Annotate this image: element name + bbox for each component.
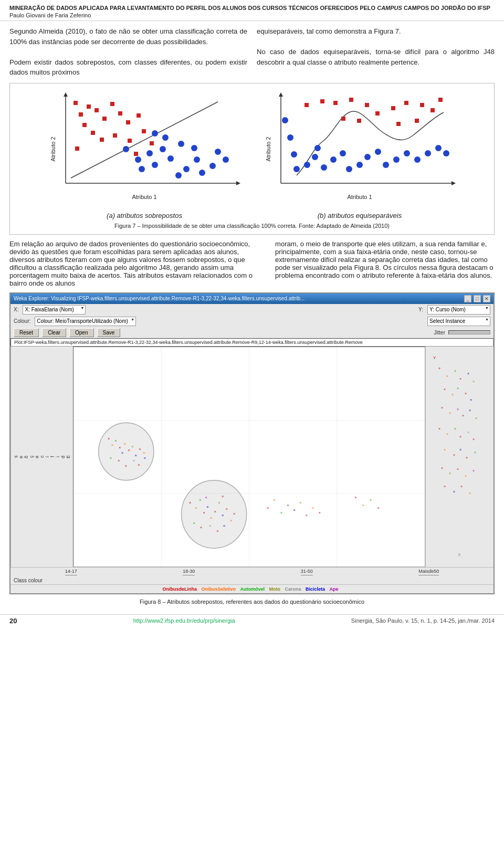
svg-text:×: × — [449, 471, 451, 475]
svg-text:×: × — [121, 450, 124, 455]
save-button[interactable]: Save — [97, 328, 121, 337]
svg-text:×: × — [111, 443, 114, 447]
svg-text:×: × — [210, 516, 213, 520]
svg-text:×: × — [446, 432, 448, 436]
main-content: Segundo Almeida (2010), o fato de não se… — [0, 21, 504, 614]
svg-rect-48 — [349, 98, 353, 102]
weka-right-panel: Y × × × × × × × × × × × × × × × — [425, 347, 494, 567]
svg-text:×: × — [444, 485, 446, 488]
col2-para2: No caso de dados equiseparáveis, torna-s… — [257, 47, 495, 67]
maximize-button[interactable]: □ — [474, 295, 481, 302]
reset-button[interactable]: Reset — [14, 328, 39, 337]
svg-rect-9 — [102, 117, 107, 121]
svg-point-76 — [404, 150, 410, 156]
svg-rect-13 — [91, 131, 95, 135]
svg-text:×: × — [138, 463, 140, 467]
svg-text:×: × — [209, 523, 212, 528]
colour-select[interactable]: Colour: MeioTransporteUtilizado (Nom) — [35, 317, 136, 326]
x-axis-select-wrap[interactable]: X: FaixaEtaria (Nom) — [23, 305, 86, 315]
legend-moto: Moto — [269, 586, 280, 592]
legend-onibus-seletivo: OnibusSeletivo — [201, 586, 236, 592]
close-button[interactable]: ✕ — [483, 295, 490, 302]
svg-text:×: × — [454, 369, 456, 373]
svg-text:×: × — [446, 374, 448, 378]
y-axis-select-wrap[interactable]: Y: Curso (Nom) — [427, 305, 490, 315]
open-button[interactable]: Open — [69, 328, 93, 337]
svg-text:×: × — [280, 510, 283, 515]
svg-point-24 — [167, 155, 174, 162]
svg-text:×: × — [222, 513, 224, 518]
svg-point-69 — [340, 150, 346, 156]
svg-point-72 — [364, 154, 371, 160]
svg-point-36 — [135, 156, 141, 163]
col3: Em relação ao arquivo de dados provenien… — [9, 240, 266, 287]
svg-point-66 — [314, 145, 321, 151]
jitter-slider[interactable] — [448, 330, 490, 334]
select-instance-wrap[interactable]: Select Instance — [427, 317, 490, 326]
footer-url[interactable]: http://www2.ifsp.edu.br/edu/prp/sinergia — [133, 617, 235, 624]
svg-point-39 — [152, 130, 158, 137]
plot-label: Plot:IFSP-weka.filters.unsupervised.attr… — [10, 338, 494, 347]
y-axis-select[interactable]: Y: Curso (Nom) — [427, 305, 490, 315]
svg-text:X: X — [458, 552, 461, 557]
svg-text:×: × — [218, 500, 220, 505]
svg-rect-52 — [404, 101, 408, 105]
svg-point-33 — [191, 145, 197, 151]
svg-point-40 — [162, 134, 169, 141]
svg-point-80 — [443, 150, 449, 156]
svg-line-4 — [71, 102, 218, 178]
figure-7: Atributo 2 — [9, 83, 495, 235]
svg-point-61 — [287, 134, 293, 141]
svg-marker-3 — [236, 181, 240, 185]
svg-text:×: × — [457, 407, 459, 411]
weka-colour-row: Colour: Colour: MeioTransporteUtilizado … — [10, 316, 494, 327]
svg-text:×: × — [377, 505, 380, 510]
weka-right-svg: Y × × × × × × × × × × × × × × × — [428, 349, 491, 559]
svg-text:×: × — [233, 511, 236, 516]
svg-text:Y: Y — [433, 355, 436, 360]
svg-point-29 — [199, 170, 205, 176]
svg-point-79 — [435, 145, 442, 151]
col-left: Segundo Almeida (2010), o fato de não se… — [9, 26, 247, 78]
svg-rect-55 — [438, 98, 443, 102]
axis-x-a: Atributo 1 — [132, 194, 156, 200]
svg-text:×: × — [466, 456, 468, 459]
svg-text:×: × — [475, 416, 477, 420]
svg-point-86 — [99, 423, 154, 480]
class-colour-row: Class colour — [10, 577, 494, 584]
svg-text:×: × — [460, 485, 463, 488]
xaxis-maisde50: Maisde50 — [418, 569, 439, 575]
svg-text:×: × — [110, 456, 112, 460]
weka-y-axis-label: E d i f i c a ç õ e s — [10, 347, 73, 567]
class-colour-label: Class colour — [14, 578, 43, 583]
svg-rect-22 — [134, 152, 138, 156]
svg-text:×: × — [441, 466, 443, 470]
svg-text:×: × — [287, 502, 289, 507]
svg-rect-16 — [100, 138, 104, 142]
weka-xaxis-labels: 14-17 18-30 31-50 Maisde50 — [10, 567, 494, 577]
svg-text:×: × — [438, 366, 440, 370]
svg-text:×: × — [370, 497, 372, 502]
svg-text:×: × — [108, 436, 110, 441]
svg-text:×: × — [453, 490, 455, 494]
svg-text:×: × — [453, 453, 455, 457]
svg-text:×: × — [299, 500, 302, 505]
svg-point-31 — [160, 146, 166, 152]
svg-text:×: × — [467, 372, 469, 375]
svg-text:×: × — [459, 448, 461, 452]
svg-text:×: × — [199, 497, 202, 502]
svg-text:×: × — [143, 450, 145, 455]
svg-rect-7 — [79, 112, 83, 117]
svg-point-23 — [152, 162, 158, 168]
minimize-button[interactable]: _ — [464, 295, 471, 302]
svg-text:×: × — [223, 523, 226, 528]
svg-point-26 — [194, 156, 200, 163]
select-instance-select[interactable]: Select Instance — [427, 317, 490, 326]
svg-point-73 — [375, 149, 381, 155]
svg-text:×: × — [454, 427, 456, 431]
clear-button[interactable]: Clear — [42, 328, 66, 337]
svg-text:×: × — [193, 521, 195, 526]
svg-rect-54 — [430, 108, 435, 112]
x-axis-select[interactable]: X: FaixaEtaria (Nom) — [23, 305, 86, 315]
colour-select-wrap[interactable]: Colour: MeioTransporteUtilizado (Nom) — [35, 317, 136, 326]
